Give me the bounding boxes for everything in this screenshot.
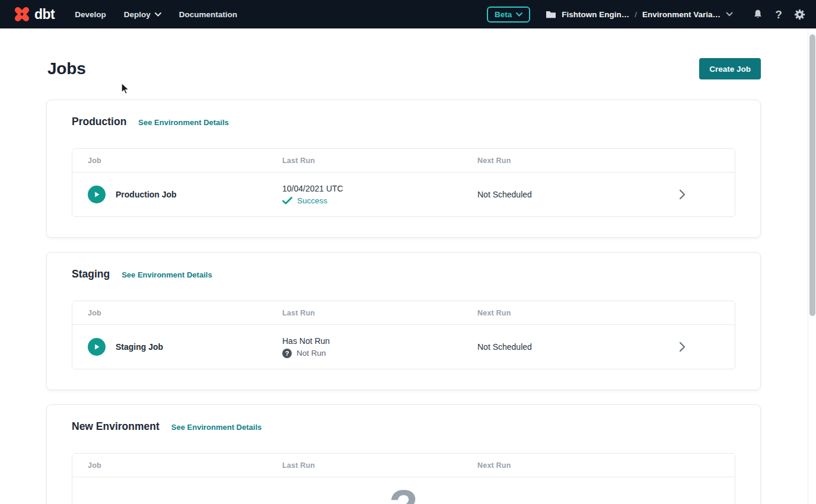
help-icon[interactable]: ? <box>773 8 785 20</box>
environment-header: Staging See Environment Details <box>72 268 735 280</box>
job-row-production[interactable]: Production Job 10/04/2021 UTC Success No… <box>72 173 735 216</box>
last-run-cell: 10/04/2021 UTC Success <box>282 184 477 205</box>
column-header-next-run: Next Run <box>477 157 679 165</box>
job-row-staging[interactable]: Staging Job Has Not Run ? Not Run Not Sc… <box>72 325 735 369</box>
page-title: Jobs <box>47 59 86 78</box>
account-breadcrumb[interactable]: Fishtown Engin… / Environment Varia… <box>546 10 733 19</box>
next-run-cell: Not Scheduled <box>477 190 679 199</box>
jobs-table: Job Last Run Next Run Staging Job Has No… <box>72 301 735 369</box>
column-header-next-run: Next Run <box>477 309 679 317</box>
column-header-last-run: Last Run <box>282 309 477 317</box>
chevron-down-icon <box>516 12 522 17</box>
see-environment-details-link[interactable]: See Environment Details <box>122 270 212 279</box>
nav-links: Develop Deploy Documentation <box>75 10 237 19</box>
play-icon <box>93 343 100 350</box>
folder-icon <box>546 10 556 19</box>
last-run-date: 10/04/2021 UTC <box>282 184 477 193</box>
chevron-down-icon <box>155 12 161 17</box>
nav-right: Beta Fishtown Engin… / Environment Varia… <box>487 7 805 23</box>
nav-icon-cluster: ? <box>752 8 805 20</box>
see-environment-details-link[interactable]: See Environment Details <box>171 423 262 432</box>
environment-card-production: Production See Environment Details Job L… <box>46 100 761 238</box>
jobs-table: Job Last Run Next Run ? <box>72 453 735 504</box>
run-job-button[interactable] <box>88 186 106 203</box>
create-job-button[interactable]: Create Job <box>699 58 761 79</box>
top-navbar: dbt Develop Deploy Documentation Beta <box>0 0 816 28</box>
nav-item-deploy[interactable]: Deploy <box>124 10 161 19</box>
last-run-status: ? Not Run <box>282 349 477 358</box>
jobs-table: Job Last Run Next Run Production Job 10/… <box>72 148 735 217</box>
question-circle-icon: ? <box>282 349 292 358</box>
status-label: Not Run <box>297 349 326 358</box>
column-header-job: Job <box>88 309 282 317</box>
chevron-down-icon <box>726 12 733 17</box>
last-run-date: Has Not Run <box>282 336 477 346</box>
environment-header: New Environment See Environment Details <box>72 420 735 433</box>
row-chevron-button[interactable] <box>679 342 686 352</box>
job-cell: Production Job <box>88 186 282 203</box>
environment-card-new-environment: New Environment See Environment Details … <box>46 404 761 504</box>
environment-card-staging: Staging See Environment Details Job Last… <box>46 252 761 390</box>
breadcrumb-separator: / <box>635 10 637 19</box>
environment-name: Production <box>72 116 126 128</box>
table-header-row: Job Last Run Next Run <box>72 301 735 325</box>
see-environment-details-link[interactable]: See Environment Details <box>138 118 228 127</box>
beta-dropdown-button[interactable]: Beta <box>487 7 530 23</box>
column-header-next-run: Next Run <box>477 461 679 470</box>
empty-state-question-icon: ? <box>389 486 418 504</box>
breadcrumb-page[interactable]: Environment Varia… <box>642 10 721 19</box>
main-content: Jobs Create Job Production See Environme… <box>46 57 761 504</box>
column-header-last-run: Last Run <box>282 461 477 470</box>
last-run-status: Success <box>282 196 477 205</box>
environment-name: New Environment <box>72 420 160 433</box>
notifications-bell-icon[interactable] <box>752 8 764 20</box>
last-run-cell: Has Not Run ? Not Run <box>282 336 477 358</box>
status-label: Success <box>297 196 327 205</box>
empty-state: ? <box>72 477 735 504</box>
chevron-right-icon <box>679 189 686 200</box>
table-header-row: Job Last Run Next Run <box>72 149 735 173</box>
nav-item-develop[interactable]: Develop <box>75 10 106 19</box>
environment-header: Production See Environment Details <box>72 116 735 128</box>
next-run-cell: Not Scheduled <box>477 342 679 352</box>
scrollbar-track[interactable] <box>808 28 816 504</box>
column-header-job: Job <box>88 461 282 470</box>
chevron-right-icon <box>679 342 686 352</box>
column-header-last-run: Last Run <box>282 157 477 165</box>
job-name[interactable]: Staging Job <box>116 342 163 352</box>
play-icon <box>93 191 100 198</box>
job-name[interactable]: Production Job <box>116 190 177 199</box>
dbt-logo-icon <box>13 5 31 23</box>
nav-item-documentation[interactable]: Documentation <box>179 10 237 19</box>
breadcrumb-account[interactable]: Fishtown Engin… <box>562 10 629 19</box>
check-icon <box>282 197 292 205</box>
job-cell: Staging Job <box>88 338 282 356</box>
row-chevron-button[interactable] <box>679 189 686 200</box>
column-header-job: Job <box>88 157 282 165</box>
environment-name: Staging <box>72 268 110 280</box>
gear-icon[interactable] <box>793 8 805 20</box>
dbt-logo[interactable]: dbt <box>13 5 55 23</box>
scrollbar-thumb[interactable] <box>809 34 815 316</box>
table-header-row: Job Last Run Next Run <box>72 454 735 477</box>
page-header: Jobs Create Job <box>46 57 761 81</box>
run-job-button[interactable] <box>88 338 106 356</box>
brand-text: dbt <box>34 7 55 23</box>
